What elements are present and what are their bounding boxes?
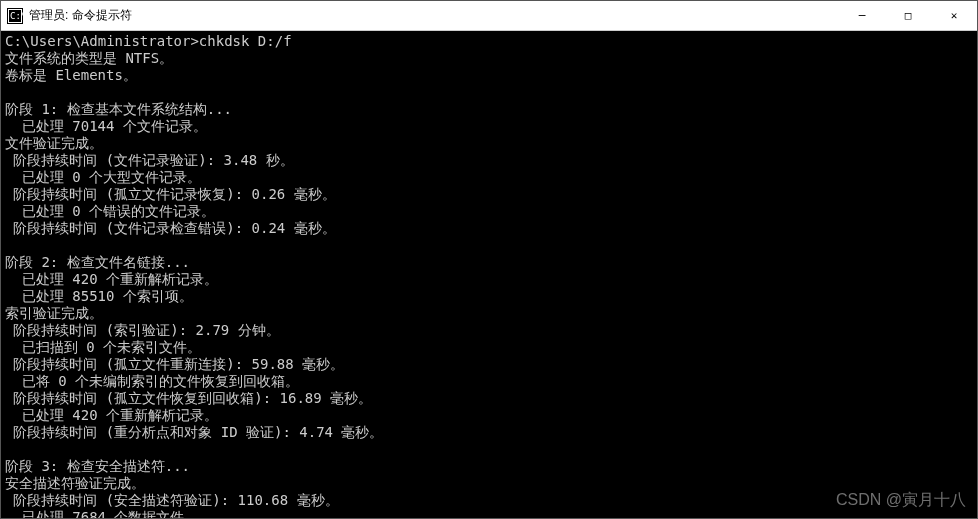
terminal-line: 已扫描到 0 个未索引文件。 [5,339,973,356]
terminal-line: 已处理 420 个重新解析记录。 [5,407,973,424]
command-prompt-window: C:\ 管理员: 命令提示符 ─ □ ✕ C:\Users\Administra… [0,0,978,519]
terminal-line: 索引验证完成。 [5,305,973,322]
terminal-line: 已处理 70144 个文件记录。 [5,118,973,135]
terminal-line [5,237,973,254]
terminal-line: 阶段持续时间 (孤立文件记录恢复): 0.26 毫秒。 [5,186,973,203]
terminal-line: 阶段持续时间 (孤立文件恢复到回收箱): 16.89 毫秒。 [5,390,973,407]
terminal-line: 文件验证完成。 [5,135,973,152]
terminal-output[interactable]: C:\Users\Administrator>chkdsk D:/f文件系统的类… [1,31,977,518]
terminal-line: 已处理 7684 个数据文件。 [5,509,973,518]
close-button[interactable]: ✕ [931,1,977,30]
titlebar[interactable]: C:\ 管理员: 命令提示符 ─ □ ✕ [1,1,977,31]
terminal-line: 阶段持续时间 (文件记录验证): 3.48 秒。 [5,152,973,169]
terminal-line: 阶段持续时间 (文件记录检查错误): 0.24 毫秒。 [5,220,973,237]
titlebar-title: 管理员: 命令提示符 [29,7,839,24]
maximize-button[interactable]: □ [885,1,931,30]
terminal-line: 阶段持续时间 (重分析点和对象 ID 验证): 4.74 毫秒。 [5,424,973,441]
terminal-line [5,441,973,458]
window-controls: ─ □ ✕ [839,1,977,30]
terminal-line: 已处理 0 个大型文件记录。 [5,169,973,186]
terminal-line: 已处理 0 个错误的文件记录。 [5,203,973,220]
terminal-line: 阶段持续时间 (索引验证): 2.79 分钟。 [5,322,973,339]
terminal-line: C:\Users\Administrator>chkdsk D:/f [5,33,973,50]
minimize-button[interactable]: ─ [839,1,885,30]
terminal-line: 阶段 2: 检查文件名链接... [5,254,973,271]
terminal-line: 已处理 85510 个索引项。 [5,288,973,305]
terminal-line: 卷标是 Elements。 [5,67,973,84]
svg-text:C:\: C:\ [10,11,23,21]
terminal-line: 阶段持续时间 (安全描述符验证): 110.68 毫秒。 [5,492,973,509]
terminal-line: 阶段持续时间 (孤立文件重新连接): 59.88 毫秒。 [5,356,973,373]
terminal-line: 阶段 3: 检查安全描述符... [5,458,973,475]
terminal-line: 文件系统的类型是 NTFS。 [5,50,973,67]
terminal-line [5,84,973,101]
terminal-line: 阶段 1: 检查基本文件系统结构... [5,101,973,118]
terminal-line: 已处理 420 个重新解析记录。 [5,271,973,288]
terminal-line: 已将 0 个未编制索引的文件恢复到回收箱。 [5,373,973,390]
terminal-line: 安全描述符验证完成。 [5,475,973,492]
cmd-icon: C:\ [7,8,23,24]
